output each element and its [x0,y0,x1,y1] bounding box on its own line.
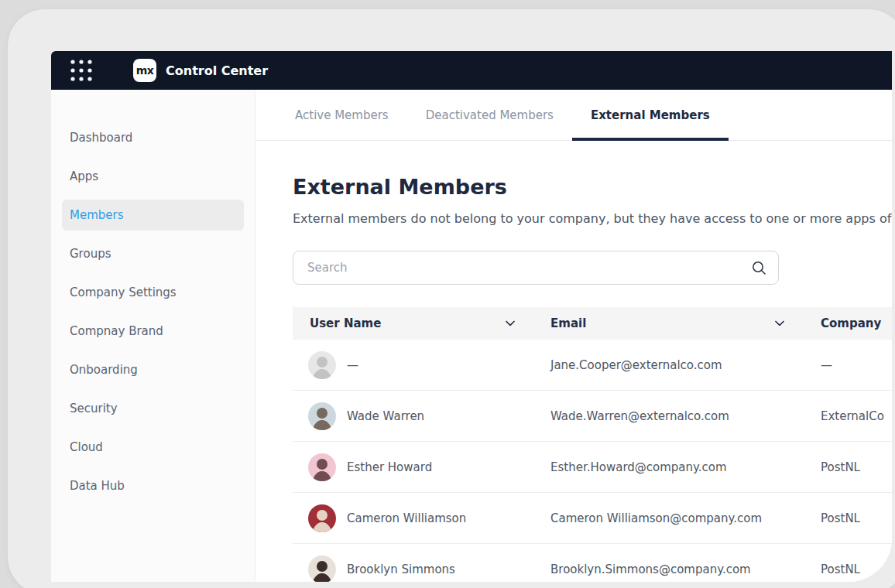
photo-avatar [308,504,336,532]
table-row[interactable]: Cameron Williamson Cameron Williamson@co… [293,493,892,544]
member-name: — [347,358,358,372]
member-email: Jane.Cooper@externalco.com [550,358,821,372]
member-company: PostNL [821,460,892,474]
member-name: Wade Warren [347,409,424,423]
member-name: Esther Howard [347,460,432,474]
member-name: Brooklyn Simmons [347,562,455,576]
sidebar-item-groups[interactable]: Groups [62,238,244,269]
search-button[interactable] [749,261,778,275]
column-header-label: Email [550,316,586,330]
sidebar-item-cloud[interactable]: Cloud [62,432,244,463]
sidebar-item-data-hub[interactable]: Data Hub [62,470,244,501]
page-description: External members do not belong to your c… [293,211,892,226]
member-email: Esther.Howard@company.com [550,460,821,474]
mx-logo: mx [133,59,156,82]
sidebar-item-onboarding[interactable]: Onboarding [62,354,244,385]
member-company: ExternalCo [821,409,892,423]
app-title: Control Center [166,63,268,78]
search-input[interactable] [293,261,749,275]
app-window: mx Control Center Dashboard Apps Members… [51,51,892,582]
member-email: Wade.Warren@externalco.com [550,409,821,423]
sidebar-item-company-settings[interactable]: Company Settings [62,277,244,308]
main-content: Active Members Deactivated Members Exter… [255,90,892,582]
photo-avatar [308,402,336,430]
sidebar-item-company-brand[interactable]: Compnay Brand [62,316,244,347]
apps-grid-icon[interactable] [70,59,93,82]
column-header-company: Company [821,316,892,330]
sidebar: Dashboard Apps Members Groups Company Se… [51,90,255,582]
search-box [293,251,779,285]
member-email: Cameron Williamson@company.com [550,511,821,525]
table-row[interactable]: Esther Howard Esther.Howard@company.com … [293,442,892,493]
page-content: External Members External members do not… [255,141,892,582]
search-icon [752,261,766,275]
photo-avatar [308,453,336,481]
tab-bar: Active Members Deactivated Members Exter… [255,90,892,141]
tab-active-members[interactable]: Active Members [276,90,407,140]
member-email: Brooklyn.Simmons@company.com [550,562,821,576]
table-row[interactable]: Wade Warren Wade.Warren@externalco.com E… [293,391,892,442]
tab-deactivated-members[interactable]: Deactivated Members [407,90,572,140]
members-table: User Name Email Company [293,307,892,582]
sidebar-item-dashboard[interactable]: Dashboard [62,122,244,153]
column-header-user-name[interactable]: User Name [293,316,550,330]
app-body: Dashboard Apps Members Groups Company Se… [51,90,892,582]
mx-logo-text: mx [136,64,154,77]
placeholder-avatar [308,351,336,379]
page-title: External Members [293,175,892,199]
member-name: Cameron Williamson [347,511,466,525]
table-row[interactable]: Brooklyn Simmons Brooklyn.Simmons@compan… [293,544,892,582]
chevron-down-icon [775,320,784,326]
column-header-label: Company [821,316,881,330]
member-company: — [821,358,892,372]
column-header-label: User Name [310,316,381,330]
photo-avatar [308,556,336,583]
tab-external-members[interactable]: External Members [572,90,729,140]
sidebar-item-apps[interactable]: Apps [62,161,244,192]
sidebar-item-security[interactable]: Security [62,393,244,424]
top-bar: mx Control Center [51,51,892,90]
member-company: PostNL [821,511,892,525]
column-header-email[interactable]: Email [550,316,821,330]
table-header-row: User Name Email Company [293,307,892,340]
sidebar-item-members[interactable]: Members [62,200,244,231]
chevron-down-icon [506,320,515,326]
table-row[interactable]: — Jane.Cooper@externalco.com — [293,340,892,391]
